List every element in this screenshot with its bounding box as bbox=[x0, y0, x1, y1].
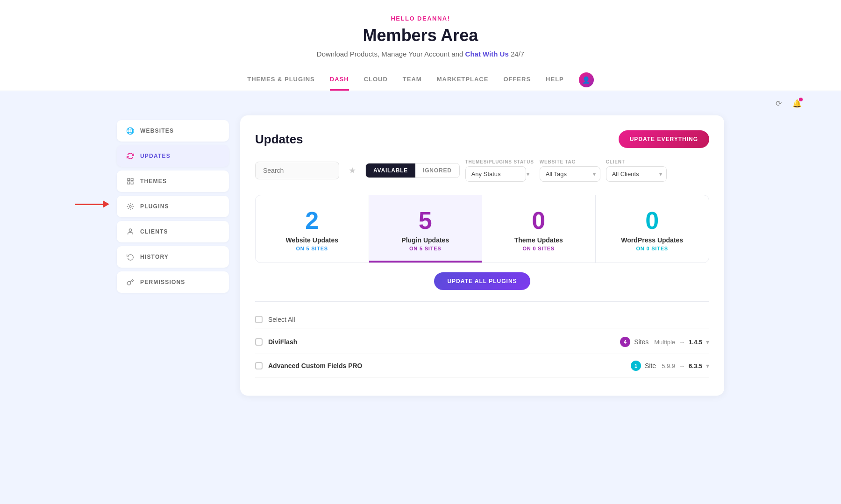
table-row: DiviFlash 4 Sites Multiple → 1.4.5 ▾ bbox=[255, 330, 709, 354]
stat-sublabel-wordpress: ON 0 SITES bbox=[605, 246, 700, 251]
update-all-plugins-button[interactable]: UPDATE ALL PLUGINS bbox=[434, 272, 530, 290]
stat-number-website: 2 bbox=[265, 208, 359, 233]
stat-sublabel-theme: ON 0 SITES bbox=[492, 246, 586, 251]
search-input[interactable] bbox=[255, 162, 339, 179]
filter-tag-select[interactable]: All Tags bbox=[540, 166, 600, 182]
stat-label-plugin: Plugin Updates bbox=[378, 236, 473, 244]
stat-number-plugin: 5 bbox=[378, 208, 473, 233]
filter-tag-wrapper: All Tags bbox=[540, 166, 600, 182]
sidebar-item-plugins[interactable]: PLUGINS bbox=[117, 196, 229, 217]
expand-acf[interactable]: ▾ bbox=[706, 362, 709, 369]
sidebar-item-themes[interactable]: THEMES bbox=[117, 170, 229, 192]
filter-tag-label: WEBSITE TAG bbox=[540, 159, 600, 164]
filter-client-group: CLIENT All Clients bbox=[606, 159, 667, 182]
version-from-diviflash: Multiple bbox=[654, 339, 675, 346]
header: HELLO DEANNA! Members Area Download Prod… bbox=[0, 0, 841, 91]
select-all-label: Select All bbox=[268, 316, 295, 323]
sidebar-item-permissions[interactable]: PERMISSIONS bbox=[117, 271, 229, 293]
svg-point-4 bbox=[129, 206, 131, 207]
sidebar-label-plugins: PLUGINS bbox=[140, 203, 169, 210]
clients-icon bbox=[126, 227, 135, 236]
sidebar-item-websites[interactable]: 🌐 WEBSITES bbox=[117, 120, 229, 142]
svg-rect-2 bbox=[128, 182, 130, 184]
stat-number-wordpress: 0 bbox=[605, 208, 700, 233]
tab-group: AVAILABLE IGNORED bbox=[365, 163, 460, 178]
toolbar: ⟳ 🔔 bbox=[0, 91, 841, 115]
tab-ignored[interactable]: IGNORED bbox=[415, 163, 459, 177]
plugins-icon bbox=[126, 202, 135, 211]
nav-team[interactable]: TEAM bbox=[403, 69, 422, 91]
sidebar-item-clients[interactable]: CLIENTS bbox=[117, 221, 229, 242]
expand-diviflash[interactable]: ▾ bbox=[706, 338, 709, 346]
red-arrow-indicator bbox=[75, 200, 109, 208]
version-from-acf: 5.9.9 bbox=[662, 362, 675, 369]
filter-status-label: THEMES/PLUGINS STATUS bbox=[465, 159, 534, 164]
filter-status-wrapper: Any Status bbox=[465, 166, 534, 182]
svg-rect-3 bbox=[131, 182, 133, 184]
sidebar-label-updates: UPDATES bbox=[140, 153, 171, 159]
updates-title: Updates bbox=[255, 132, 303, 147]
version-to-acf: 6.3.5 bbox=[689, 362, 702, 369]
nav-dash[interactable]: DASH bbox=[330, 69, 349, 91]
stat-sublabel-website: ON 5 SITES bbox=[265, 246, 359, 251]
update-all-container: UPDATE ALL PLUGINS bbox=[255, 263, 709, 302]
nav-marketplace[interactable]: MARKETPLACE bbox=[437, 69, 489, 91]
filter-row: ★ AVAILABLE IGNORED THEMES/PLUGINS STATU… bbox=[255, 159, 709, 182]
stat-label-website: Website Updates bbox=[265, 236, 359, 244]
nav-cloud[interactable]: CLOUD bbox=[364, 69, 388, 91]
subtitle-suffix: 24/7 bbox=[511, 50, 524, 58]
plugin-name-diviflash: DiviFlash bbox=[268, 338, 614, 346]
stat-plugin-updates: 5 Plugin Updates ON 5 SITES bbox=[369, 195, 483, 263]
stat-progress-fill bbox=[369, 261, 482, 263]
star-button[interactable]: ★ bbox=[345, 163, 360, 178]
permissions-icon bbox=[126, 278, 135, 286]
globe-icon: 🌐 bbox=[126, 127, 135, 135]
main-nav: THEMES & PLUGINS DASH CLOUD TEAM MARKETP… bbox=[0, 69, 841, 91]
stat-label-wordpress: WordPress Updates bbox=[605, 236, 700, 244]
select-all-checkbox[interactable] bbox=[255, 316, 263, 323]
sites-label-diviflash: Sites bbox=[634, 338, 649, 346]
greeting: HELLO DEANNA! bbox=[0, 15, 841, 22]
updates-header: Updates UPDATE EVERYTHING bbox=[255, 130, 709, 148]
tab-available[interactable]: AVAILABLE bbox=[366, 163, 415, 177]
nav-offers[interactable]: OFFERS bbox=[503, 69, 531, 91]
plugin-checkbox-acf[interactable] bbox=[255, 362, 263, 369]
filter-status-group: THEMES/PLUGINS STATUS Any Status bbox=[465, 159, 534, 182]
plugin-checkbox-diviflash[interactable] bbox=[255, 338, 263, 346]
sidebar-label-history: HISTORY bbox=[140, 254, 169, 260]
arrow-head bbox=[103, 200, 109, 208]
updates-icon bbox=[126, 152, 135, 160]
svg-point-5 bbox=[129, 229, 131, 231]
main-layout: 🌐 WEBSITES UPDATES bbox=[79, 115, 762, 396]
sidebar-item-history[interactable]: HISTORY bbox=[117, 246, 229, 268]
stat-theme-updates: 0 Theme Updates ON 0 SITES bbox=[482, 195, 596, 263]
sites-label-acf: Site bbox=[645, 362, 656, 369]
sites-badge-acf: 1 Site bbox=[631, 361, 656, 371]
stat-wordpress-updates: 0 WordPress Updates ON 0 SITES bbox=[596, 195, 709, 263]
subtitle-text: Download Products, Manage Your Account a… bbox=[317, 50, 463, 58]
stat-website-updates: 2 Website Updates ON 5 SITES bbox=[256, 195, 369, 263]
nav-themes-plugins[interactable]: THEMES & PLUGINS bbox=[247, 69, 315, 91]
filter-client-select[interactable]: All Clients bbox=[606, 166, 667, 182]
bell-badge bbox=[799, 98, 803, 101]
filter-status-select[interactable]: Any Status bbox=[465, 166, 526, 182]
filter-tag-group: WEBSITE TAG All Tags bbox=[540, 159, 600, 182]
table-row: Advanced Custom Fields PRO 1 Site 5.9.9 … bbox=[255, 354, 709, 378]
sidebar-label-permissions: PERMISSIONS bbox=[140, 279, 185, 285]
sidebar-label-websites: WEBSITES bbox=[140, 128, 174, 134]
chat-link[interactable]: Chat With Us bbox=[465, 50, 509, 58]
sidebar-label-clients: CLIENTS bbox=[140, 228, 168, 235]
select-all-row: Select All bbox=[255, 311, 709, 328]
version-to-diviflash: 1.4.5 bbox=[689, 339, 702, 346]
sidebar-item-updates[interactable]: UPDATES bbox=[117, 145, 229, 167]
nav-help[interactable]: HELP bbox=[546, 69, 564, 91]
avatar[interactable]: 👤 bbox=[579, 72, 594, 87]
stat-progress-bar bbox=[369, 261, 482, 263]
update-everything-button[interactable]: UPDATE EVERYTHING bbox=[619, 130, 709, 148]
page-title: Members Area bbox=[0, 26, 841, 45]
sites-badge-diviflash: 4 Sites bbox=[620, 337, 649, 347]
filter-client-wrapper: All Clients bbox=[606, 166, 667, 182]
notification-bell-icon[interactable]: 🔔 bbox=[791, 97, 804, 110]
version-info-acf: 5.9.9 → 6.3.5 ▾ bbox=[662, 362, 709, 369]
refresh-icon[interactable]: ⟳ bbox=[772, 97, 785, 110]
